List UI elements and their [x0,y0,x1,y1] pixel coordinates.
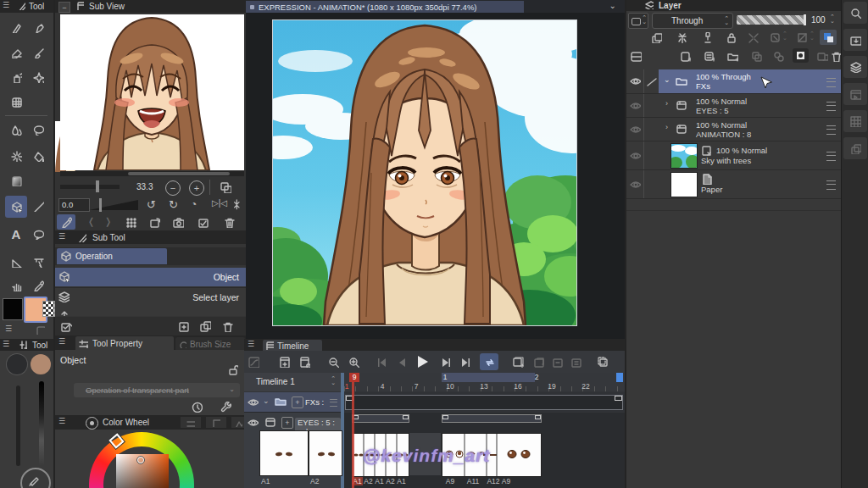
eyedropper-tool[interactable] [29,277,47,294]
wrench-settings-button[interactable] [218,400,233,413]
tool-panel-menu-icon[interactable]: ☰ [3,2,9,9]
lock-layer-icon[interactable] [723,30,738,44]
delete-cel-button[interactable] [549,355,565,369]
camera-import-button[interactable] [170,215,186,229]
zoom-in-button[interactable]: + [189,180,204,196]
track-menu-icon[interactable] [330,399,337,407]
next-image-button[interactable]: ❭ [104,217,112,226]
sv-marker[interactable] [136,456,145,464]
color-wheel-menu-icon[interactable]: ☰ [58,418,65,425]
layer-expand-chevron-icon[interactable]: › [665,100,668,108]
sv-square[interactable] [116,454,169,488]
fit-screen-icon[interactable] [231,199,242,210]
next-frame-button[interactable] [437,355,453,369]
main-color-swatch[interactable] [3,298,23,320]
subview-rotate-value[interactable]: 0.0 [58,198,90,212]
rotate-reset-button[interactable] [20,468,51,488]
layer-mask-icon[interactable] [793,48,809,63]
line-tool[interactable] [29,197,47,214]
slider-vertical-2[interactable] [39,381,44,466]
header-cel-a2[interactable] [309,430,342,476]
subview-switch-button[interactable] [218,180,233,194]
track-visibility-eye-icon[interactable] [246,416,259,428]
layer-visibility-eye-icon[interactable] [628,123,642,135]
subview-zoom-slider-handle[interactable] [96,180,99,192]
playhead-line[interactable] [352,373,354,488]
header-cel-a1[interactable] [259,430,309,476]
layer-trash-icon[interactable] [830,49,842,63]
pencil-tool[interactable] [29,19,47,36]
layer-menu-icon[interactable] [826,78,836,87]
skip-to-start-button[interactable] [373,355,388,369]
clip-handle-right[interactable] [615,396,622,401]
track-fxs-area[interactable] [344,392,625,412]
timeline-panel-button[interactable] [843,83,867,105]
merge-down-icon[interactable] [771,49,786,63]
timeline-tab[interactable]: Timeline [263,340,322,351]
subview-image[interactable] [60,14,244,170]
subview-trash-button[interactable] [221,215,236,229]
auto-switch-button[interactable] [195,215,210,229]
document-tab[interactable]: EXPRESSION - ANIMATION* (1080 x 1080px 3… [246,1,524,13]
timeline-end-marker[interactable] [616,373,623,382]
cel-batch-button[interactable] [568,355,583,369]
layer-row-eyes[interactable]: › 100 % Normal EYES : 5 [626,94,841,118]
unlock-icon[interactable] [225,363,240,376]
tab-list-chevron-icon[interactable]: ⌄ [609,2,616,10]
transfer-down-icon[interactable] [748,49,764,63]
layer-env-combo[interactable]: ⌃⌄ [628,13,648,29]
layer-row-fxs[interactable]: ⌄ 100 % Through FXs [626,69,841,94]
text-tool[interactable]: A [7,225,25,242]
specify-cel-button[interactable] [531,355,546,369]
tab-brush-size[interactable]: Brush Size [175,337,245,350]
draft-spinner[interactable]: ⌃⌄ [810,31,815,40]
change-panel-icon[interactable] [628,49,643,63]
magic-wand-tool[interactable] [7,147,25,164]
prev-image-button[interactable]: ❬ [87,217,95,226]
tool-strip-footer-menu-icon[interactable]: ☰ [5,325,12,333]
play-button[interactable] [414,353,431,370]
rotate-view-button[interactable] [147,215,162,229]
subtool-menu-icon[interactable]: ☰ [58,233,65,241]
timeline-ruler[interactable]: 1 2 1 1 4 7 10 13 16 19 22 [344,373,625,391]
figure-tool[interactable] [7,93,25,110]
tab-color-set[interactable] [206,417,226,428]
pen-tool[interactable] [7,19,25,36]
set-ruler-icon[interactable] [767,30,782,44]
new-timeline-button[interactable] [276,355,292,369]
zoom-out-button[interactable]: − [165,180,181,196]
tool-strip-footer-icon[interactable] [34,324,46,335]
new-layer-settings-icon[interactable] [701,49,716,63]
flip-horizontal-icon[interactable]: ▷|◁ [212,199,227,208]
fxs-clip-bar[interactable] [345,395,623,410]
subtool-toggle-icon[interactable] [58,319,74,333]
cel-grid-panel-button[interactable] [843,110,867,132]
lock-transparent-icon[interactable] [699,30,715,44]
color-circle-dark[interactable] [7,354,27,374]
tab-color-slider[interactable] [181,417,201,428]
subtool-item-partial[interactable] [55,307,246,316]
loop-play-button[interactable] [480,353,498,370]
transparent-color-swatch[interactable] [42,301,55,317]
color-circle-skin[interactable] [31,354,51,374]
track-new-cel-button[interactable]: + [281,417,293,429]
layer-row-sky[interactable]: 100 % Normal Sky with trees [626,141,841,170]
track-fxs-header[interactable]: ⌄ + FXs : [244,392,341,413]
track-visibility-eye-icon[interactable] [246,396,259,408]
subview-scrollbar[interactable] [60,171,244,176]
timeline-name-box[interactable]: Timeline 1 ⌃⌄ [244,373,342,391]
subview-collapse-button[interactable]: − [58,2,70,13]
brush-tool[interactable] [29,44,47,61]
layer-row-animation[interactable]: › 100 % Normal ANIMATION : 8 [626,118,841,141]
layer-menu-icon[interactable] [826,102,836,111]
reset-rotation-icon[interactable]: ◔ [191,199,197,209]
layer-visibility-eye-icon[interactable] [628,99,642,111]
material-panel-button[interactable] [843,29,867,51]
correct-line-tool[interactable] [29,253,47,270]
subtool-item-object[interactable]: Object [55,268,246,286]
timeline-zoom-out-button[interactable] [326,355,341,369]
decoration-tool[interactable] [29,69,47,86]
canvas-image[interactable] [273,20,576,325]
new-raster-layer-icon[interactable] [677,49,693,63]
tab-color-mixing[interactable] [231,417,245,428]
